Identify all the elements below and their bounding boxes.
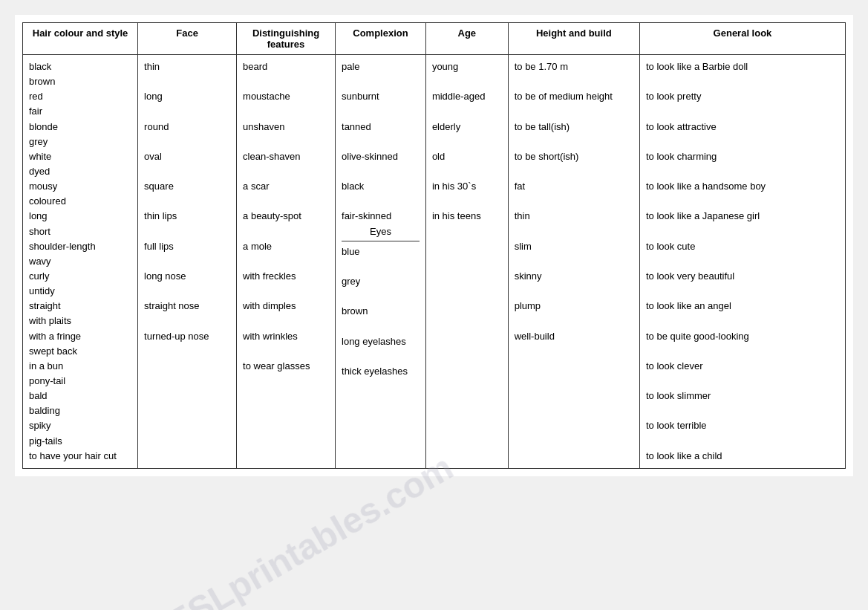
cell-comp: palesunburnttannedolive-skinned blackfai… <box>336 55 426 469</box>
cell-face: thinlongroundovalsquare thin lipsfull li… <box>138 55 237 469</box>
cell-age: youngmiddle-agedelderlyold in his 30`sin… <box>425 55 508 469</box>
header-height: Height and build <box>508 23 639 55</box>
header-comp: Complexion <box>336 23 426 55</box>
cell-dist: beardmoustacheunshavenclean-shaven a sca… <box>237 55 336 469</box>
vocabulary-table: Hair colour and style Face Distinguishin… <box>22 22 846 469</box>
cell-general: to look like a Barbie dollto look pretty… <box>639 55 845 469</box>
page-container: Hair colour and style Face Distinguishin… <box>15 15 853 476</box>
header-face: Face <box>138 23 237 55</box>
header-dist: Distinguishing features <box>237 23 336 55</box>
eyes-label: Eyes <box>342 224 420 241</box>
hair-list: blackbrownredfairblondegreywhitedyed mou… <box>29 59 131 464</box>
cell-hair: blackbrownredfairblondegreywhitedyed mou… <box>23 55 138 469</box>
cell-height: to be 1.70 mto be of medium heightto be … <box>508 55 639 469</box>
header-hair: Hair colour and style <box>23 23 138 55</box>
header-general: General look <box>639 23 845 55</box>
header-age: Age <box>425 23 508 55</box>
